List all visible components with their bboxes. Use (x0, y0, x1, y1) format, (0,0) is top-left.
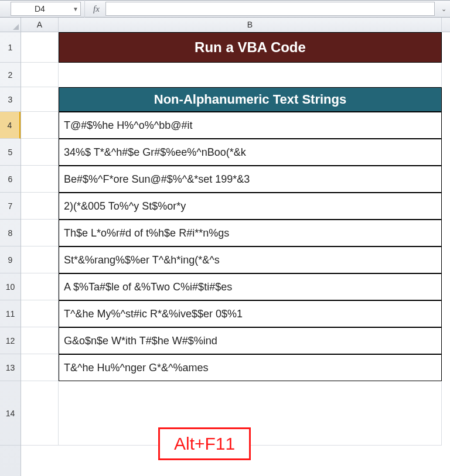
row-header-1[interactable]: 1 (0, 32, 21, 63)
cell-B8-data[interactable]: Th$e L*o%r#d of t%h$e R#i**n%gs (59, 220, 442, 246)
cell-A2[interactable] (21, 63, 59, 87)
expand-formula-bar-icon[interactable]: ⌄ (437, 5, 450, 13)
cell-A5[interactable] (21, 139, 59, 166)
cell-A4[interactable] (21, 112, 59, 139)
cell-B1-title[interactable]: Run a VBA Code (59, 32, 442, 63)
column-headers: AB (21, 18, 450, 32)
row-header-13[interactable]: 13 (0, 354, 21, 381)
row-header-5[interactable]: 5 (0, 139, 21, 166)
row-headers: 1234567891011121314 (0, 18, 21, 476)
cell-B12-data[interactable]: G&o$n$e W*ith T#$he W#$%ind (59, 327, 442, 354)
row-header-4[interactable]: 4 (0, 112, 21, 139)
row-header-3[interactable]: 3 (0, 87, 21, 112)
cell-A7[interactable] (21, 193, 59, 220)
name-box[interactable]: D4 ▼ (11, 2, 81, 16)
cell-B7-data[interactable]: 2)(*&005 To%^y St$%or*y (59, 193, 442, 220)
row-header-12[interactable]: 12 (0, 327, 21, 354)
column-header-B[interactable]: B (59, 18, 442, 32)
cell-A1[interactable] (21, 32, 59, 63)
name-box-value: D4 (35, 4, 45, 13)
row-header-14[interactable]: 14 (0, 381, 21, 446)
row-header-10[interactable]: 10 (0, 273, 21, 300)
row-header-8[interactable]: 8 (0, 220, 21, 246)
sheet-body: Run a VBA CodeNon-Alphanumeric Text Stri… (21, 32, 450, 446)
spreadsheet-grid: 1234567891011121314 AB Run a VBA CodeNon… (0, 18, 450, 476)
cell-A9[interactable] (21, 246, 59, 273)
cell-B3-header[interactable]: Non-Alphanumeric Text Strings (59, 87, 442, 112)
callout-text: Alt+F11 (174, 434, 235, 453)
cell-A10[interactable] (21, 273, 59, 300)
row-header-11[interactable]: 11 (0, 300, 21, 327)
formula-input[interactable] (105, 2, 435, 16)
cell-B10-data[interactable]: A $%Ta#$le of &%Two C%i#$ti#$es (59, 273, 442, 300)
row-header-6[interactable]: 6 (0, 166, 21, 193)
cells-area: AB Run a VBA CodeNon-Alphanumeric Text S… (21, 18, 450, 476)
row-header-9[interactable]: 9 (0, 246, 21, 273)
select-all-corner[interactable] (0, 18, 21, 32)
cell-A8[interactable] (21, 220, 59, 246)
cell-A13[interactable] (21, 354, 59, 381)
cell-B2[interactable] (59, 63, 442, 87)
cell-B4-data[interactable]: T@#$%he H%^o%^bb@#it (59, 112, 442, 139)
cell-B9-data[interactable]: St*&%rang%$%er T^&h*ing(*&^s (59, 246, 442, 273)
cell-B6-data[interactable]: Be#$%^F*ore Sun@#$%^&*set 199*&3 (59, 166, 442, 193)
cell-A3[interactable] (21, 87, 59, 112)
column-header-A[interactable]: A (21, 18, 59, 32)
fx-zone: fx (85, 4, 103, 14)
name-box-dropdown-icon[interactable]: ▼ (73, 6, 79, 12)
row-header-7[interactable]: 7 (0, 193, 21, 220)
cell-A6[interactable] (21, 166, 59, 193)
cell-A11[interactable] (21, 300, 59, 327)
cell-A14[interactable] (21, 381, 59, 446)
fx-button[interactable]: fx (90, 4, 103, 14)
keyboard-shortcut-callout: Alt+F11 (158, 427, 251, 460)
row-header-2[interactable]: 2 (0, 63, 21, 87)
formula-bar: D4 ▼ fx ⌄ (0, 0, 450, 18)
cell-B13-data[interactable]: T&^he Hu%^nger G*&^%ames (59, 354, 442, 381)
cell-A12[interactable] (21, 327, 59, 354)
cell-B11-data[interactable]: T^&he My%^st#ic R*&%ive$$er 0$%1 (59, 300, 442, 327)
cell-B5-data[interactable]: 34%$ T*&^h#$e Gr#$%ee%^nBoo(*&k (59, 139, 442, 166)
